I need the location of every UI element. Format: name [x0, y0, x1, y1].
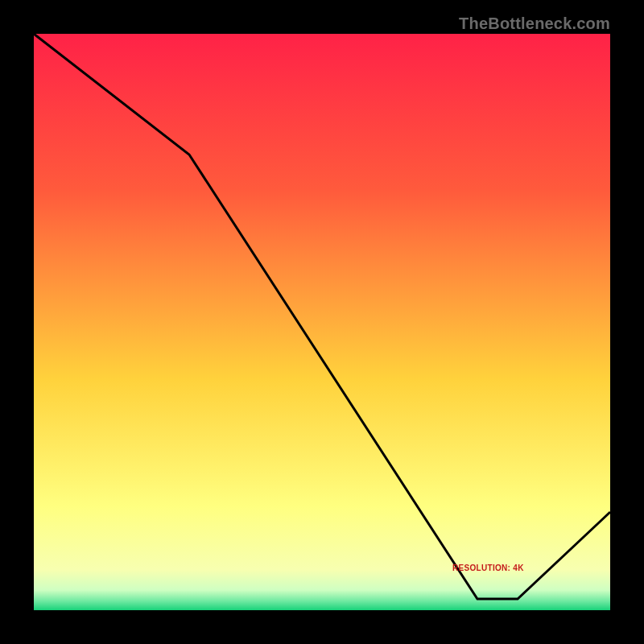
chart-frame: TheBottleneck.com RESOLUTION: 4K	[0, 0, 644, 644]
plot-area	[34, 34, 610, 610]
resolution-annotation: RESOLUTION: 4K	[452, 564, 524, 572]
source-attribution: TheBottleneck.com	[459, 14, 610, 33]
chart-svg	[34, 34, 610, 610]
gradient-background	[34, 34, 610, 610]
